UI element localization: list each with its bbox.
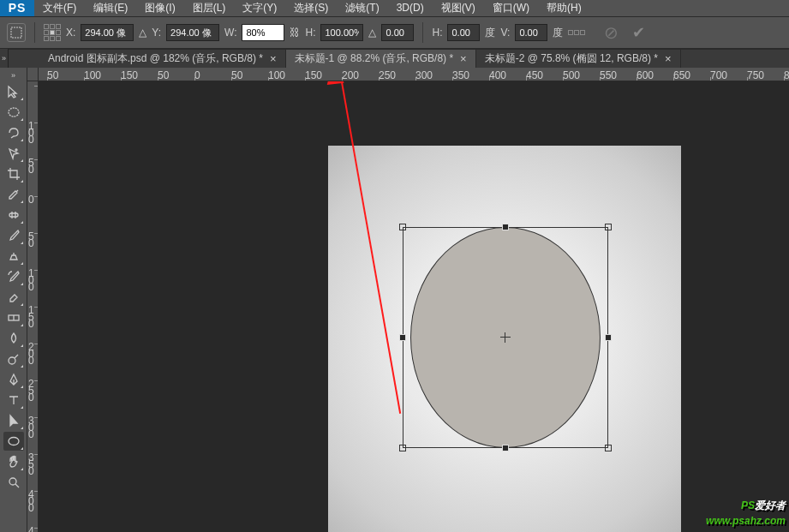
svg-point-7 — [9, 478, 16, 485]
interpolation-icon[interactable] — [568, 30, 585, 35]
svg-rect-0 — [11, 27, 21, 38]
document-tabs: Android 图标副本.psd @ 182% (音乐, RGB/8) * × … — [0, 49, 789, 68]
ruler-horizontal[interactable]: 5010015050050100150200250300350400450500… — [39, 68, 789, 81]
close-icon[interactable]: × — [270, 52, 277, 65]
transform-handle-s[interactable] — [502, 445, 509, 451]
expand-tabs-icon[interactable]: » — [0, 49, 9, 68]
menu-window[interactable]: 窗口(W) — [484, 0, 538, 16]
transform-box[interactable] — [403, 227, 608, 448]
eraser-tool-icon[interactable] — [3, 288, 24, 307]
options-bar: X: △ Y: W: ⛓ H: △ H: 度 V: 度 ⊘ ✔ — [0, 16, 789, 49]
menu-select[interactable]: 选择(S) — [285, 0, 337, 16]
blur-tool-icon[interactable] — [3, 329, 24, 348]
angle-input[interactable] — [381, 24, 414, 41]
hand-tool-icon[interactable] — [3, 452, 24, 471]
menu-image[interactable]: 图像(I) — [136, 0, 183, 16]
y-input[interactable] — [166, 24, 219, 41]
dodge-tool-icon[interactable] — [3, 350, 24, 368]
link-icon[interactable]: ⛓ — [290, 27, 300, 39]
path-selection-tool-icon[interactable] — [3, 411, 24, 430]
h-input[interactable] — [320, 24, 363, 41]
svg-point-2 — [15, 149, 17, 151]
deg-label: 度 — [485, 26, 495, 40]
tab-label: Android 图标副本.psd @ 182% (音乐, RGB/8) * — [48, 51, 263, 66]
menu-3d[interactable]: 3D(D) — [388, 0, 433, 16]
pen-tool-icon[interactable] — [3, 370, 24, 389]
watermark: PS爱好者 www.psahz.com — [706, 487, 786, 527]
menu-bar: PS 文件(F) 编辑(E) 图像(I) 图层(L) 文字(Y) 选择(S) 滤… — [0, 0, 789, 16]
separator — [422, 22, 423, 43]
cancel-transform-icon[interactable]: ⊘ — [604, 22, 619, 43]
ellipse-shape-tool-icon[interactable] — [3, 432, 24, 451]
svg-point-6 — [9, 438, 19, 445]
brush-tool-icon[interactable] — [3, 226, 24, 245]
menu-filter[interactable]: 滤镜(T) — [337, 0, 387, 16]
gradient-tool-icon[interactable] — [3, 308, 24, 327]
menu-help[interactable]: 帮助(H) — [538, 0, 590, 16]
menu-type[interactable]: 文字(Y) — [234, 0, 285, 16]
annotation-arrow-icon — [324, 81, 344, 85]
transform-handle-se[interactable] — [605, 445, 612, 451]
ellipse-marquee-tool-icon[interactable] — [3, 103, 24, 122]
transform-handle-w[interactable] — [399, 334, 406, 341]
w-input[interactable] — [242, 24, 284, 41]
quick-select-tool-icon[interactable] — [3, 144, 24, 163]
svg-point-5 — [9, 357, 15, 364]
x-label: X: — [66, 27, 75, 39]
document-tab-2[interactable]: 未标题-1 @ 88.2% (音乐, RGB/8) * × — [286, 50, 476, 68]
svg-rect-3 — [9, 213, 18, 217]
skew-v-label: V: — [500, 27, 510, 39]
crop-tool-icon[interactable] — [3, 164, 24, 183]
w-label: W: — [224, 27, 236, 39]
transform-handle-n[interactable] — [502, 224, 509, 230]
toolbox: » — [0, 68, 27, 532]
y-label: Y: — [152, 27, 161, 39]
tab-label: 未标题-1 @ 88.2% (音乐, RGB/8) * — [295, 51, 454, 66]
zoom-tool-icon[interactable] — [3, 473, 24, 492]
skew-h-input[interactable] — [447, 24, 480, 41]
relative-position-icon[interactable]: △ — [139, 27, 146, 39]
transform-reference-point-icon[interactable] — [500, 332, 511, 343]
document-tab-1[interactable]: Android 图标副本.psd @ 182% (音乐, RGB/8) * × — [39, 50, 286, 68]
eyedropper-tool-icon[interactable] — [3, 185, 24, 204]
angle-icon: △ — [368, 27, 376, 39]
canvas-area[interactable] — [39, 81, 789, 532]
document-tab-3[interactable]: 未标题-2 @ 75.8% (椭圆 12, RGB/8) * × — [476, 50, 681, 68]
menu-view[interactable]: 视图(V) — [433, 0, 484, 16]
close-icon[interactable]: × — [665, 52, 672, 65]
reference-point-icon[interactable] — [44, 24, 61, 41]
transform-handle-nw[interactable] — [399, 224, 406, 230]
ruler-vertical[interactable]: 10050050100150200250300350400450500550 — [27, 81, 39, 532]
tab-label: 未标题-2 @ 75.8% (椭圆 12, RGB/8) * — [485, 51, 658, 66]
h-label: H: — [305, 27, 315, 39]
deg-label-2: 度 — [553, 26, 563, 40]
clone-stamp-tool-icon[interactable] — [3, 247, 24, 266]
skew-v-input[interactable] — [515, 24, 547, 41]
app-logo: PS — [0, 0, 34, 16]
transform-handle-e[interactable] — [605, 334, 612, 341]
menu-layer[interactable]: 图层(L) — [184, 0, 235, 16]
close-icon[interactable]: × — [460, 52, 467, 65]
separator — [34, 22, 35, 43]
type-tool-icon[interactable] — [3, 391, 24, 409]
transform-tool-icon[interactable] — [7, 23, 26, 42]
menu-file[interactable]: 文件(F) — [34, 0, 85, 16]
menu-edit[interactable]: 编辑(E) — [85, 0, 136, 16]
commit-transform-icon[interactable]: ✔ — [632, 23, 645, 42]
transform-handle-ne[interactable] — [605, 224, 612, 230]
healing-brush-tool-icon[interactable] — [3, 206, 24, 224]
svg-point-1 — [9, 108, 19, 117]
move-tool-icon[interactable] — [3, 82, 24, 101]
skew-h-label: H: — [432, 27, 442, 39]
toolbox-grip-icon[interactable]: » — [2, 71, 26, 80]
ruler-origin[interactable] — [27, 68, 39, 81]
x-input[interactable] — [81, 24, 134, 41]
history-brush-tool-icon[interactable] — [3, 267, 24, 286]
transform-handle-sw[interactable] — [399, 445, 406, 451]
lasso-tool-icon[interactable] — [3, 123, 24, 142]
